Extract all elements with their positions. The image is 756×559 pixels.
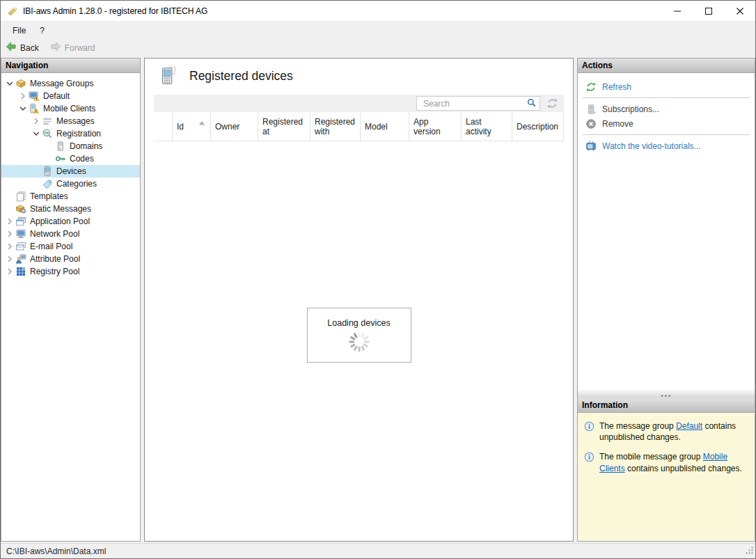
tree-item-label: Devices (56, 166, 86, 176)
right-panel: Actions RefreshSubscriptions...RemoveWat… (577, 58, 755, 542)
chevron-placeholder (44, 153, 55, 164)
tree-item-attribute-pool[interactable]: Attribute Pool (1, 253, 140, 265)
panel-splitter[interactable]: ••• (578, 389, 755, 398)
tree-item-label: Codes (70, 154, 94, 164)
chevron-down-icon[interactable] (4, 78, 15, 89)
tree-item-network-pool[interactable]: Network Pool (1, 228, 140, 240)
registry-pool-icon (15, 266, 26, 277)
action-remove[interactable]: Remove (578, 116, 755, 131)
categories-icon (42, 178, 53, 189)
search-band (154, 95, 564, 112)
tree-item-messages[interactable]: Messages (1, 115, 140, 127)
tree-item-registration[interactable]: Registration (1, 127, 140, 140)
subscriptions-icon (585, 103, 597, 115)
tree-item-devices[interactable]: Devices (1, 165, 140, 178)
action-label: Watch the video-tutorials... (602, 141, 701, 151)
chevron-right-icon[interactable] (4, 216, 15, 227)
application-pool-icon (15, 216, 26, 227)
chevron-right-icon[interactable] (4, 266, 15, 277)
column-header-label: Model (365, 122, 404, 132)
email-pool-icon (15, 241, 26, 252)
column-header-registered-with[interactable]: Registered with (310, 112, 361, 141)
chevron-right-icon[interactable] (31, 116, 42, 127)
chevron-right-icon[interactable] (4, 228, 15, 239)
info-item: The message group Default contains unpub… (584, 420, 749, 443)
search-icon[interactable] (526, 97, 537, 110)
tree-item-mobile-clients[interactable]: Mobile Clients (1, 102, 140, 115)
forward-button[interactable]: Forward (50, 41, 95, 54)
column-header-app-version[interactable]: App version (409, 112, 462, 141)
navigation-tree: Message GroupsDefaultMobile ClientsMessa… (1, 73, 140, 541)
sort-ascending-icon (198, 118, 205, 127)
action-label: Subscriptions... (602, 104, 659, 114)
tree-item-label: Network Pool (30, 229, 79, 239)
templates-icon (15, 191, 26, 202)
info-icon (584, 452, 594, 462)
info-item: The mobile message group Mobile Clients … (584, 451, 749, 473)
tree-item-registry-pool[interactable]: Registry Pool (1, 265, 140, 278)
actions-list: RefreshSubscriptions...RemoveWatch the v… (578, 73, 755, 389)
window-title: IBI-aws Admin 1.28.0 - registered for IB… (23, 6, 661, 16)
tree-item-message-groups[interactable]: Message Groups (1, 77, 140, 90)
chevron-down-icon[interactable] (31, 128, 42, 139)
back-button[interactable]: Back (6, 41, 39, 54)
column-header-last-activity[interactable]: Last activity (462, 112, 512, 141)
action-refresh[interactable]: Refresh (578, 79, 755, 94)
menu-item-file[interactable]: File (6, 23, 33, 38)
info-text-segment: The mobile message group (599, 452, 703, 462)
menu-bar: File? (1, 22, 755, 40)
status-bar: C:\IBI-aws\Admin\Data.xml (1, 543, 755, 558)
info-text-segment: The message group (599, 421, 676, 431)
tree-item-e-mail-pool[interactable]: E-mail Pool (1, 240, 140, 253)
chevron-right-icon[interactable] (17, 90, 29, 102)
column-header-description[interactable]: Description (512, 112, 564, 141)
back-arrow-icon (6, 41, 17, 54)
column-header-id[interactable]: Id (173, 112, 211, 141)
tree-item-label: Message Groups (30, 79, 93, 88)
chevron-right-icon[interactable] (4, 241, 15, 252)
devices-icon (42, 166, 53, 177)
minimize-button[interactable] (661, 1, 693, 21)
info-link[interactable]: Default (676, 421, 702, 431)
tree-item-static-messages[interactable]: Static Messages (1, 203, 140, 215)
table-refresh-icon[interactable] (546, 97, 559, 110)
menu-item-[interactable]: ? (33, 23, 52, 38)
chevron-right-icon[interactable] (4, 253, 15, 265)
page-heading: Registered devices (145, 58, 573, 90)
tree-item-label: Categories (56, 179, 97, 189)
tree-item-label: Application Pool (30, 216, 90, 226)
column-header-registered-at[interactable]: Registered at (258, 112, 310, 141)
actions-separator (583, 134, 750, 135)
information-header: Information (578, 398, 755, 413)
search-input[interactable] (422, 98, 526, 109)
tree-item-categories[interactable]: Categories (1, 178, 140, 190)
title-bar: IBI-aws Admin 1.28.0 - registered for IB… (1, 1, 755, 22)
content-area: Navigation Message GroupsDefaultMobile C… (1, 56, 755, 543)
chevron-down-icon[interactable] (17, 103, 29, 114)
static-messages-icon (15, 203, 26, 214)
tree-item-label: Default (43, 91, 70, 101)
back-label: Back (20, 43, 39, 53)
default-group-icon (29, 90, 40, 102)
tree-item-default[interactable]: Default (1, 90, 140, 102)
chevron-placeholder (31, 178, 42, 189)
tree-item-application-pool[interactable]: Application Pool (1, 215, 140, 228)
column-header-model[interactable]: Model (361, 112, 409, 141)
column-header-label: Last activity (466, 117, 507, 136)
resize-grip[interactable] (745, 546, 754, 557)
tree-item-codes[interactable]: Codes (1, 152, 140, 165)
close-button[interactable] (724, 1, 755, 21)
tree-item-label: Templates (30, 191, 68, 201)
navigation-panel: Navigation Message GroupsDefaultMobile C… (1, 58, 141, 542)
main-panel: Registered devices IdOwnerRegistered atR… (144, 58, 574, 542)
tree-item-templates[interactable]: Templates (1, 190, 140, 203)
tree-item-label: Domains (70, 141, 102, 151)
action-subscriptions[interactable]: Subscriptions... (578, 102, 755, 116)
tree-item-label: Mobile Clients (43, 104, 95, 113)
domains-icon (55, 141, 66, 152)
tree-item-domains[interactable]: Domains (1, 140, 140, 152)
action-watch-the-video-tutorials[interactable]: Watch the video-tutorials... (578, 139, 755, 153)
column-header-owner[interactable]: Owner (211, 112, 258, 141)
tv-icon (585, 140, 597, 152)
maximize-button[interactable] (693, 1, 724, 21)
